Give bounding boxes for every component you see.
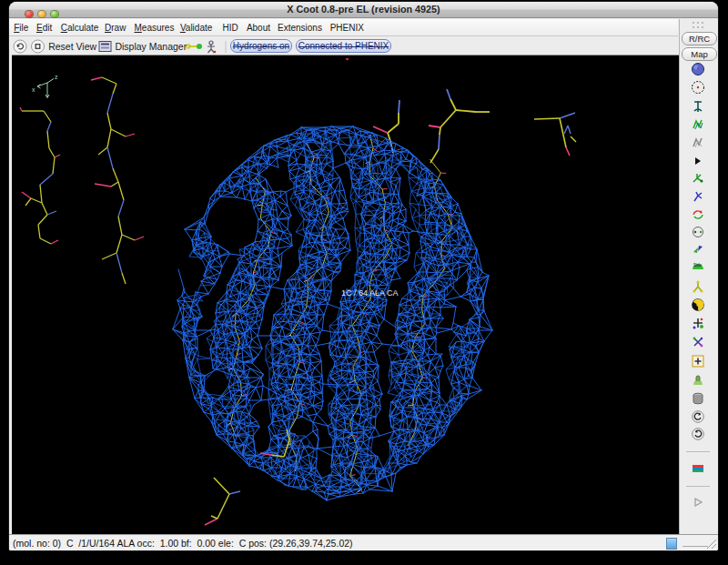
svg-text:z: z bbox=[55, 74, 58, 80]
svg-text:x: x bbox=[32, 86, 35, 93]
svg-text:Side: Side bbox=[693, 263, 703, 267]
svg-text:1C / 64 ALA CA: 1C / 64 ALA CA bbox=[341, 288, 399, 298]
